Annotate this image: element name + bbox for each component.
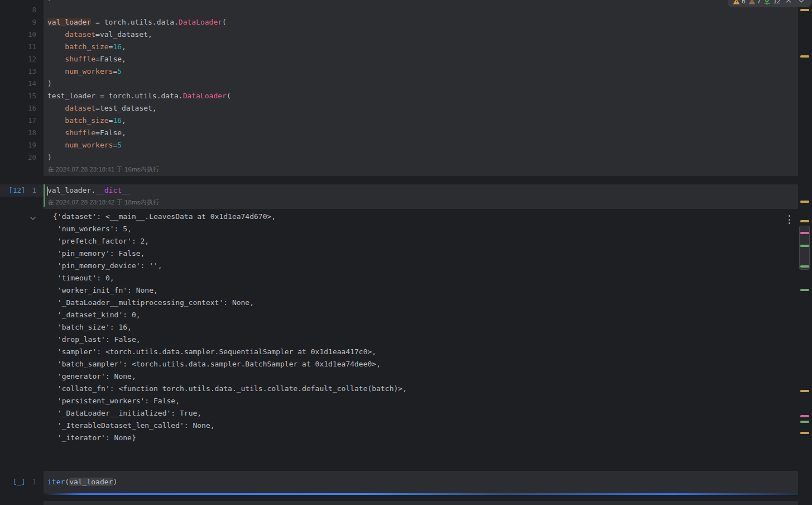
error-stripe-marker-typo-pink[interactable] bbox=[800, 232, 809, 234]
code-line-row[interactable]: 14) bbox=[0, 78, 798, 90]
code-line-row[interactable]: 10 dataset=val_dataset, bbox=[0, 28, 798, 41]
code-line-row[interactable]: 16 dataset=test_dataset, bbox=[0, 102, 798, 115]
code-token: iter bbox=[47, 478, 65, 486]
code-line[interactable]: iter(val_loader) bbox=[44, 471, 798, 493]
code-line-row[interactable]: 18 shuffle=False, bbox=[0, 127, 798, 139]
code-line-row[interactable]: 19 num_workers=5 bbox=[0, 139, 798, 151]
output-line: '_DataLoader__multiprocessing_context': … bbox=[0, 297, 798, 309]
line-number: 13 bbox=[0, 65, 44, 78]
output-line: 'prefetch_factor': 2, bbox=[0, 235, 798, 247]
cell-1-exec-row: 在 2024.07.28 23:18:41 于 16ms内执行 bbox=[0, 164, 798, 176]
code-line[interactable]: val_loader = torch.utils.data.DataLoader… bbox=[44, 16, 798, 28]
code-line-row[interactable]: 11 batch_size=16, bbox=[0, 41, 798, 53]
code-token: 16 bbox=[113, 42, 122, 51]
code-token bbox=[47, 141, 65, 149]
line-number: 10 bbox=[0, 28, 44, 41]
selected-cell-accent-line bbox=[44, 493, 812, 495]
code-line[interactable]: num_workers=5 bbox=[44, 65, 798, 78]
error-stripe-marker-typo[interactable] bbox=[800, 245, 809, 247]
code-cell-2[interactable]: [12] 1 val_loader.__dict__ 在 2024.07.28 … bbox=[0, 184, 798, 209]
error-stripe-marker-typo-pink[interactable] bbox=[800, 415, 809, 417]
code-token: shuffle bbox=[65, 55, 95, 63]
code-line-row[interactable]: 8 bbox=[0, 4, 798, 16]
error-stripe-marker-warning[interactable] bbox=[800, 201, 809, 203]
output-line: {'dataset': <__main__.LeavesData at 0x1d… bbox=[0, 211, 798, 223]
code-token: 5 bbox=[117, 67, 122, 75]
code-token: , bbox=[122, 116, 126, 125]
code-token: ) bbox=[113, 478, 117, 486]
execution-timestamp: 在 2024.07.28 23:18:42 于 18ms内执行 bbox=[44, 197, 798, 209]
cell-execution-label[interactable]: [_] bbox=[13, 471, 26, 493]
output-line: 'num_workers': 5, bbox=[0, 223, 798, 235]
warnings-group[interactable]: 6 bbox=[733, 0, 746, 5]
code-line[interactable] bbox=[44, 4, 798, 16]
code-token bbox=[47, 30, 65, 39]
code-line-row[interactable]: 17 batch_size=16, bbox=[0, 115, 798, 127]
warning-icon bbox=[733, 0, 740, 5]
code-line[interactable]: shuffle=False, bbox=[44, 127, 798, 139]
output-line: '_DataLoader__initialized': True, bbox=[0, 407, 798, 420]
gutter-spacer bbox=[0, 164, 44, 176]
weak-warning-icon bbox=[748, 0, 756, 5]
weak-warnings-group[interactable]: 7 bbox=[748, 0, 761, 5]
code-line-row[interactable]: 20) bbox=[0, 151, 798, 164]
code-token: val_loader bbox=[69, 478, 113, 486]
output-options-kebab-icon[interactable] bbox=[786, 214, 792, 225]
code-line[interactable]: shuffle=False, bbox=[44, 53, 798, 65]
code-line[interactable]: batch_size=16, bbox=[44, 115, 798, 127]
code-line[interactable]: num_workers=5 bbox=[44, 139, 798, 151]
code-token: val_loader. bbox=[47, 186, 95, 194]
execution-timestamp: 在 2024.07.28 23:18:41 于 16ms内执行 bbox=[44, 164, 798, 176]
line-number: 20 bbox=[0, 151, 44, 164]
typo-icon bbox=[763, 0, 771, 5]
cell-execution-label[interactable]: [12] bbox=[8, 184, 25, 197]
code-token: dataset bbox=[65, 104, 95, 112]
collapse-output-chevron-icon[interactable] bbox=[28, 214, 37, 223]
error-stripe-marker-typo[interactable] bbox=[800, 265, 809, 268]
error-stripe-marker-typo[interactable] bbox=[800, 421, 809, 423]
code-line[interactable]: batch_size=16, bbox=[44, 41, 798, 53]
code-line-row[interactable]: 12 shuffle=False, bbox=[0, 53, 798, 65]
output-line: '_IterableDataset_len_called': None, bbox=[0, 420, 798, 432]
error-stripe-marker-warning[interactable] bbox=[800, 55, 809, 58]
line-number: 11 bbox=[0, 41, 44, 53]
code-line-row[interactable]: 9val_loader = torch.utils.data.DataLoade… bbox=[0, 16, 798, 28]
code-line[interactable]: dataset=val_dataset, bbox=[44, 28, 798, 41]
code-token bbox=[47, 42, 65, 51]
typos-group[interactable]: 12 bbox=[763, 0, 780, 5]
error-stripe-marker-warning[interactable] bbox=[800, 220, 809, 222]
code-cell-1[interactable]: 7)89val_loader = torch.utils.data.DataLo… bbox=[0, 0, 798, 176]
error-stripe-marker-warning[interactable] bbox=[800, 390, 809, 392]
line-number: 15 bbox=[0, 90, 44, 102]
line-number: 14 bbox=[0, 78, 44, 90]
code-line[interactable]: ) bbox=[44, 0, 798, 4]
code-token: ( bbox=[227, 92, 231, 100]
output-line: '_dataset_kind': 0, bbox=[0, 309, 798, 321]
next-cell-partial[interactable] bbox=[44, 501, 798, 505]
typo-count: 12 bbox=[773, 0, 780, 5]
line-number: 7 bbox=[0, 0, 44, 4]
code-line-row[interactable]: 15test_loader = torch.utils.data.DataLoa… bbox=[0, 90, 798, 102]
error-stripe-marker-warning[interactable] bbox=[800, 9, 809, 11]
weak-warning-count: 7 bbox=[757, 0, 761, 5]
error-stripe[interactable] bbox=[798, 0, 812, 505]
chevron-up-icon bbox=[785, 0, 792, 5]
error-stripe-marker-typo[interactable] bbox=[800, 289, 809, 291]
code-line[interactable]: test_loader = torch.utils.data.DataLoade… bbox=[44, 90, 798, 102]
output-line: 'worker_init_fn': None, bbox=[0, 284, 798, 297]
code-line[interactable]: ) bbox=[44, 78, 798, 90]
error-stripe-marker-warning[interactable] bbox=[800, 432, 809, 434]
code-token: ) bbox=[47, 79, 52, 88]
code-cell-3[interactable]: [_] 1 iter(val_loader) bbox=[0, 471, 798, 493]
next-problem-button[interactable] bbox=[796, 0, 806, 5]
code-line[interactable]: dataset=test_dataset, bbox=[44, 102, 798, 115]
code-line-row[interactable]: 7) bbox=[0, 0, 798, 4]
code-token: =False, bbox=[95, 128, 126, 137]
code-line[interactable]: val_loader.__dict__ bbox=[44, 184, 798, 197]
code-line[interactable]: ) bbox=[44, 151, 798, 164]
prev-problem-button[interactable] bbox=[784, 0, 794, 5]
line-number: 17 bbox=[0, 115, 44, 127]
cell-1-lines: 7)89val_loader = torch.utils.data.DataLo… bbox=[0, 0, 798, 164]
code-line-row[interactable]: 13 num_workers=5 bbox=[0, 65, 798, 78]
code-token: DataLoader bbox=[183, 92, 227, 100]
